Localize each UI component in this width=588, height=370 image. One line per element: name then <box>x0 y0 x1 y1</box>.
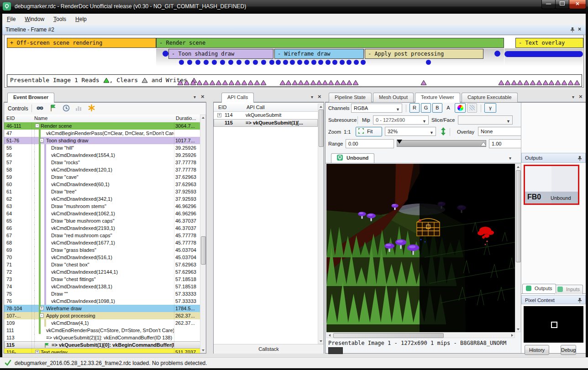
event-row[interactable]: 76vkCmdDrawIndexed(1098,1)57.33333 <box>4 297 200 305</box>
expander-expand[interactable]: + <box>35 350 39 353</box>
mip-select[interactable]: 0 - 1272x690▼ <box>373 115 429 125</box>
event-row[interactable]: 59Draw "cave"37.62963 <box>4 173 200 181</box>
col-api-call[interactable]: API Call <box>247 104 265 110</box>
timeline-event-dot[interactable] <box>340 60 345 65</box>
colorwheel-button[interactable] <box>455 103 466 113</box>
tab-capture-executable[interactable]: Capture Executable <box>462 93 518 102</box>
api-call-row[interactable]: 115=> vkQueueSubmit(1)[... <box>214 119 318 127</box>
close-icon[interactable]: × <box>318 94 321 100</box>
timeline-event-dot[interactable] <box>212 60 217 65</box>
event-row[interactable]: 111vkCmdEndRenderPass(C=Store, D=Store, … <box>4 327 200 334</box>
timeline-event-dot[interactable] <box>228 60 233 65</box>
timeline-marker-bar[interactable]: - Render scene <box>156 38 504 48</box>
event-row[interactable]: 57Draw "rocks"37.77778 <box>4 159 200 166</box>
history-button[interactable]: History <box>525 345 549 355</box>
event-row[interactable]: 68vkCmdDrawIndexed(1677,1)45.77778 <box>4 239 200 246</box>
pin-icon[interactable] <box>570 27 575 34</box>
texture-image[interactable] <box>326 164 515 332</box>
maximize-button[interactable] <box>555 0 569 9</box>
timeline-body[interactable]: + Off-screen scene rendering- Render sce… <box>4 35 584 88</box>
tab-outputs[interactable]: Outputs <box>522 284 556 293</box>
timeline-event-dot[interactable] <box>163 51 168 57</box>
timeline-event-dot[interactable] <box>346 60 352 65</box>
timeline-marker-bar[interactable]: - Toon shading draw <box>168 49 273 59</box>
event-row[interactable]: 63Draw "mushroom stems"46.96296 <box>4 203 200 210</box>
gamma-button[interactable]: γ <box>484 103 496 113</box>
timeline-event-dot[interactable] <box>426 60 431 65</box>
timeline-event-dot[interactable] <box>494 51 500 57</box>
close-icon[interactable]: × <box>201 94 205 100</box>
timeline-event-dot[interactable] <box>253 60 258 65</box>
timeline-event-dot[interactable] <box>187 60 192 65</box>
channel-blue-button[interactable]: B <box>432 103 442 113</box>
timeline-event-dot[interactable] <box>220 60 225 65</box>
event-row[interactable]: 70vkCmdDrawIndexed(516,1)45.03704 <box>4 254 200 261</box>
event-row[interactable]: 66vkCmdDrawIndexed(2193,1)46.37037 <box>4 224 200 232</box>
event-row[interactable]: 69Draw "grass blades"45.03704 <box>4 246 200 254</box>
scrollbar-thumb[interactable] <box>319 109 324 147</box>
expander-collapse[interactable]: - <box>35 124 39 128</box>
timeline-event-dot[interactable] <box>195 60 200 65</box>
clock-icon[interactable] <box>63 104 70 113</box>
tab-event-browser[interactable]: Event Browser <box>7 93 54 103</box>
timeline-event-dot[interactable] <box>236 60 242 65</box>
tab-api-calls[interactable]: API Calls <box>221 93 254 103</box>
menu-file[interactable]: File <box>2 14 20 24</box>
slice-face-select[interactable]: ▼ <box>458 115 513 125</box>
timeline-event-dot[interactable] <box>332 60 337 65</box>
channels-select[interactable]: RGBA▼ <box>351 104 402 113</box>
timeline-event-dot[interactable] <box>297 60 302 65</box>
timeline-event-dot[interactable] <box>290 60 295 65</box>
timeline-marker-bar[interactable]: - Wireframe draw <box>274 49 364 59</box>
event-row[interactable]: 109vkCmdDraw(4,1)262.37... <box>4 319 200 327</box>
event-row[interactable]: 67Draw "red mushroom caps"45.77778 <box>4 232 200 239</box>
range-black-handle[interactable] <box>397 140 402 145</box>
texture-vscrollbar[interactable] <box>515 164 521 332</box>
pixel-context-view[interactable] <box>524 306 583 343</box>
scrollbar-thumb[interactable] <box>201 236 206 265</box>
scrollbar-thumb[interactable] <box>333 333 444 338</box>
expander-collapse[interactable]: - <box>40 313 44 318</box>
output-thumbnail-fb0[interactable]: FB0 Unbound <box>524 165 579 205</box>
tab-pipeline-state[interactable]: Pipeline State <box>329 93 372 102</box>
custom-action-icon[interactable] <box>88 104 95 113</box>
col-eid[interactable]: EID <box>218 104 226 110</box>
tab-unbound-texture[interactable]: Unbound <box>331 153 374 163</box>
event-row[interactable]: 60vkCmdDrawIndexed(60,1)37.62963 <box>4 181 200 188</box>
tab-inputs[interactable]: Inputs <box>554 285 583 294</box>
menu-tools[interactable]: Tools <box>49 14 71 24</box>
event-row[interactable]: 65Draw "blue mushroom caps"46.37037 <box>4 217 200 224</box>
event-row[interactable]: 116-...+Text overlay511.7037 <box>4 349 200 353</box>
channel-green-button[interactable]: G <box>421 103 431 113</box>
checker-background-button[interactable] <box>467 103 477 113</box>
timeline-event-dot[interactable] <box>204 60 209 65</box>
chevron-down-icon[interactable]: ▾ <box>509 156 511 161</box>
zoom-1to1-button[interactable]: 1:1 <box>344 127 351 136</box>
debug-button[interactable]: Debug <box>561 345 576 355</box>
bookmark-flag-icon[interactable] <box>49 104 57 113</box>
texture-image-viewport[interactable] <box>326 164 515 332</box>
event-row[interactable]: 107-...-Apply post processing262.37... <box>4 312 200 319</box>
event-row[interactable]: 115=> vkQueueSubmit(1)[0]: vkBeginComman… <box>4 341 200 349</box>
flip-vertical-icon[interactable] <box>441 127 446 136</box>
range-min-input[interactable]: 0.00 <box>346 139 394 148</box>
event-row[interactable]: 56vkCmdDrawIndexed(1554,1)39.25926 <box>4 151 200 159</box>
timeline-marker-bar[interactable]: - Apply post processing <box>365 49 483 59</box>
col-eid[interactable]: EID <box>6 115 15 121</box>
timeline-event-dot[interactable] <box>361 60 366 65</box>
timeline-event-dot[interactable] <box>179 60 184 65</box>
close-icon[interactable]: × <box>579 94 583 100</box>
range-white-handle[interactable] <box>481 142 486 147</box>
range-slider[interactable] <box>397 140 486 147</box>
event-row[interactable]: 75Draw ""57.33333 <box>4 290 200 297</box>
api-calls-scrollbar[interactable] <box>318 104 324 344</box>
event-row[interactable]: 64vkCmdDrawIndexed(1062,1)46.96296 <box>4 210 200 217</box>
menu-help[interactable]: Help <box>71 14 91 24</box>
event-row[interactable]: 55Draw "hill"39.25926 <box>4 144 200 151</box>
timeline-event-dot[interactable] <box>304 60 309 65</box>
timeline-event-dot[interactable] <box>269 60 274 65</box>
timeline-event-dot[interactable] <box>354 60 359 65</box>
texture-hscrollbar[interactable] <box>326 332 515 338</box>
event-row[interactable]: 72vkCmdDrawIndexed(12144,1)57.62963 <box>4 268 200 276</box>
scrollbar-thumb[interactable] <box>516 170 521 262</box>
